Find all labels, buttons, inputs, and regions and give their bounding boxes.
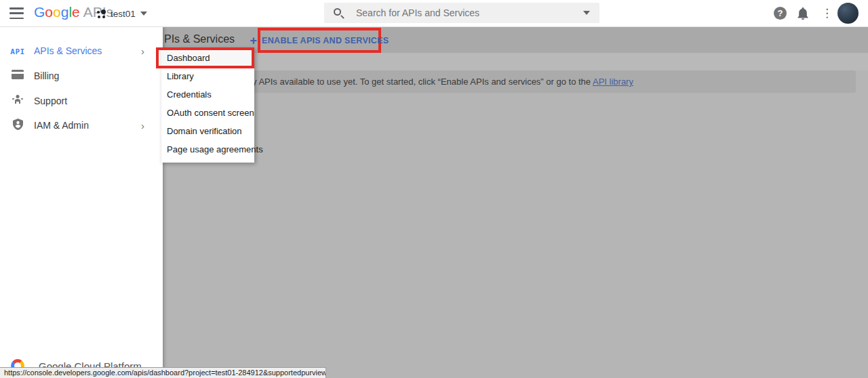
project-grid-icon [97, 9, 106, 18]
logo-letter: G [34, 4, 45, 20]
logo-letter: o [53, 4, 61, 20]
search-icon [334, 8, 344, 18]
help-icon[interactable]: ? [774, 7, 787, 20]
sidebar-item-support[interactable]: Support [0, 89, 163, 112]
sidebar-item-label: Billing [34, 70, 59, 81]
flyout-item-dashboard[interactable]: Dashboard [161, 49, 254, 67]
plus-icon: + [250, 35, 258, 47]
info-banner: y APIs available to use yet. To get star… [174, 70, 856, 93]
nav-sidebar: API APIs & Services › Billing Support IA… [0, 27, 163, 378]
flyout-item-oauth-consent-screen[interactable]: OAuth consent screen [161, 104, 254, 122]
project-selector[interactable]: test01 [97, 5, 147, 22]
sidebar-item-apis-services[interactable]: API APIs & Services › [0, 39, 163, 62]
sidebar-item-billing[interactable]: Billing [0, 64, 163, 87]
api-icon: API [10, 45, 25, 57]
apis-services-flyout-menu: Dashboard Library Credentials OAuth cons… [161, 48, 254, 163]
sidebar-item-iam-admin[interactable]: IAM & Admin › [0, 114, 163, 137]
flyout-item-domain-verification[interactable]: Domain verification [161, 122, 254, 140]
status-url-bar: https://console.developers.google.com/ap… [0, 367, 326, 378]
page-title: PIs & Services [164, 33, 235, 45]
more-options-icon[interactable]: ⋮ [821, 5, 833, 22]
chevron-right-icon: › [141, 45, 144, 57]
search-input[interactable] [356, 7, 583, 18]
notifications-bell-icon[interactable] [796, 6, 810, 21]
info-banner-fragment: y APIs available to use yet. To get star… [252, 77, 593, 87]
sidebar-item-label: IAM & Admin [34, 120, 89, 131]
app-bar: GoogleAPIs test01 ? ⋮ [0, 0, 868, 27]
logo-letter: o [45, 4, 53, 20]
billing-icon [10, 70, 25, 82]
flyout-item-page-usage-agreements[interactable]: Page usage agreements [161, 140, 254, 159]
flyout-item-library[interactable]: Library [161, 67, 254, 85]
flyout-item-credentials[interactable]: Credentials [161, 85, 254, 104]
chevron-right-icon: › [141, 120, 144, 131]
chevron-down-icon [140, 12, 147, 16]
hamburger-menu-icon[interactable] [9, 7, 24, 19]
logo-letter: e [72, 4, 80, 20]
info-banner-text: y APIs available to use yet. To get star… [252, 70, 633, 93]
logo-letter: g [61, 4, 69, 20]
iam-shield-icon [10, 119, 25, 133]
sidebar-item-label: Support [34, 96, 67, 106]
api-library-link[interactable]: API library [593, 77, 633, 87]
project-name: test01 [111, 9, 136, 19]
search-dropdown-chevron-icon[interactable] [583, 11, 590, 15]
enable-apis-button[interactable]: + ENABLE APIS AND SERVICES [258, 28, 381, 53]
sidebar-item-label: APIs & Services [34, 45, 102, 56]
avatar[interactable] [837, 3, 859, 24]
enable-apis-button-label: ENABLE APIS AND SERVICES [262, 36, 389, 45]
support-icon [10, 94, 25, 108]
search-bar[interactable] [324, 3, 599, 23]
